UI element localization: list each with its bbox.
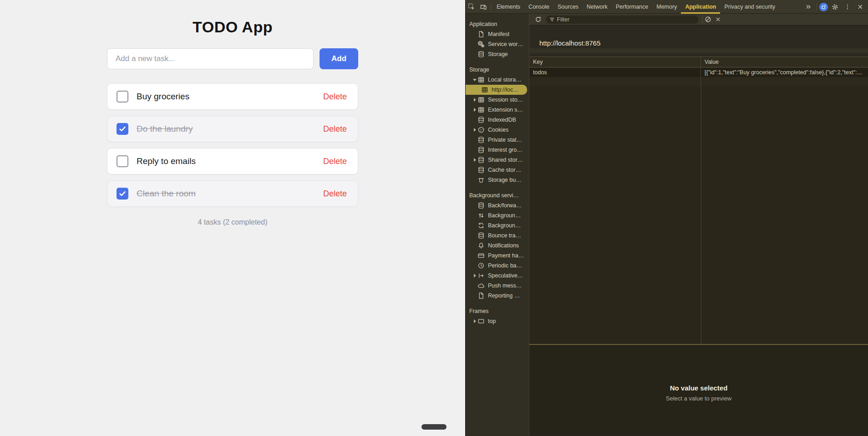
expander-right-icon[interactable] <box>472 274 477 277</box>
sidebar-item-push-mess[interactable]: Push mess… <box>466 281 529 291</box>
report-icon <box>477 292 485 299</box>
expander-down-icon[interactable] <box>472 79 477 81</box>
home-indicator-pill <box>421 424 447 430</box>
devtools-tabs: ElementsConsoleSourcesNetworkPerformance… <box>492 0 779 14</box>
column-divider[interactable] <box>701 86 701 344</box>
value-cell[interactable]: [{"id":1,"text":"Buy groceries","complet… <box>701 68 868 77</box>
sidebar-item-interest-gro[interactable]: Interest gro… <box>466 145 529 155</box>
tab-application[interactable]: Application <box>681 0 720 14</box>
tab-privacy-and-security[interactable]: Privacy and security <box>720 0 779 14</box>
sidebar-item-label: Reporting … <box>488 292 520 299</box>
sidebar-item-extension-s[interactable]: Extension s… <box>466 105 529 115</box>
sidebar-item-reporting[interactable]: Reporting … <box>466 291 529 301</box>
sidebar-item-backgroun[interactable]: Backgroun… <box>466 221 529 231</box>
sidebar-item-label: Notifications <box>488 242 519 249</box>
datagrid-header: Key Value <box>529 56 868 67</box>
sidebar-section-title: Application <box>466 19 529 29</box>
sidebar-item-bounce-tra[interactable]: Bounce tra… <box>466 231 529 241</box>
tab-sources[interactable]: Sources <box>553 0 583 14</box>
task-list: Buy groceriesDeleteDo the laundryDeleteR… <box>107 83 358 207</box>
clock-icon <box>477 262 485 269</box>
filter-box[interactable] <box>546 15 699 24</box>
sidebar-item-local-stora[interactable]: Local stora… <box>466 75 529 85</box>
table-icon <box>477 106 485 113</box>
sidebar-item-label: Cookies <box>488 127 508 133</box>
expander-right-icon[interactable] <box>472 108 477 112</box>
value-preview-pane: No value selected Select a value to prev… <box>529 345 868 436</box>
sidebar-item-backgroun[interactable]: Backgroun… <box>466 210 529 221</box>
sidebar-item-speculative[interactable]: Speculative… <box>466 271 529 281</box>
expander-right-icon[interactable] <box>472 158 477 162</box>
tab-elements[interactable]: Elements <box>492 0 524 14</box>
sidebar-item-label: top <box>488 318 496 324</box>
tabbar-right-controls <box>802 0 866 14</box>
sidebar-item-label: Backgroun… <box>488 222 521 229</box>
sidebar-item-service-wor[interactable]: Service wor… <box>466 39 529 49</box>
tab-memory[interactable]: Memory <box>652 0 681 14</box>
tab-performance[interactable]: Performance <box>612 0 653 14</box>
column-header-key[interactable]: Key <box>529 57 701 67</box>
sidebar-item-indexeddb[interactable]: IndexedDB <box>466 115 529 125</box>
device-toolbar-icon[interactable] <box>477 1 489 12</box>
datagrid-empty-row[interactable] <box>529 77 868 86</box>
sidebar-item-label: Push mess… <box>488 282 522 289</box>
more-tabs-icon[interactable] <box>802 1 814 12</box>
task-checkbox[interactable] <box>117 188 128 200</box>
sidebar-item-storage[interactable]: Storage <box>466 49 529 59</box>
refresh-icon[interactable] <box>533 15 543 25</box>
sidebar-item-label: Speculative… <box>488 272 523 279</box>
expander-right-icon[interactable] <box>472 98 477 102</box>
sidebar-item-private-stat[interactable]: Private stat… <box>466 135 529 145</box>
sidebar-item-session-sto[interactable]: Session sto… <box>466 95 529 105</box>
table-icon <box>477 76 485 83</box>
kebab-menu-icon[interactable] <box>842 1 853 12</box>
key-cell[interactable]: todos <box>529 68 701 77</box>
close-devtools-icon[interactable] <box>854 1 866 12</box>
devtools-promo-badge-icon[interactable] <box>819 3 828 11</box>
task-checkbox[interactable] <box>117 123 128 135</box>
sidebar-item-http-loc[interactable]: http://loc… <box>466 85 527 95</box>
todo-app-window: TODO App Add Buy groceriesDeleteDo the l… <box>0 0 465 436</box>
expander-right-icon[interactable] <box>472 128 477 132</box>
tab-console[interactable]: Console <box>524 0 553 14</box>
sidebar-item-periodic-ba[interactable]: Periodic ba… <box>466 261 529 271</box>
empty-value-cell <box>701 77 868 86</box>
database-icon <box>477 156 485 164</box>
expander-right-icon[interactable] <box>472 319 477 323</box>
sidebar-item-back-forwa[interactable]: Back/forwa… <box>466 200 529 210</box>
task-checkbox[interactable] <box>117 91 128 103</box>
delete-selected-icon[interactable] <box>713 15 723 25</box>
settings-gear-icon[interactable] <box>829 1 841 12</box>
frame-icon <box>477 318 485 325</box>
filter-input[interactable] <box>557 16 695 23</box>
column-header-value[interactable]: Value <box>701 57 868 67</box>
task-checkbox[interactable] <box>117 155 128 167</box>
sidebar-item-notifications[interactable]: Notifications <box>466 241 529 251</box>
sidebar-item-cache-stor[interactable]: Cache stor… <box>466 165 529 175</box>
sidebar-item-label: Storage <box>488 51 508 57</box>
task-label: Clean the room <box>137 189 323 199</box>
preview-subtitle: Select a value to preview <box>529 395 868 402</box>
sidebar-item-shared-stor[interactable]: Shared stor… <box>466 155 529 165</box>
new-task-input[interactable] <box>107 48 314 69</box>
fetch-arrows-icon <box>477 212 485 219</box>
delete-task-button[interactable]: Delete <box>323 124 347 134</box>
sidebar-item-payment-ha[interactable]: Payment ha… <box>466 251 529 261</box>
sidebar-section-title: Frames <box>466 306 529 316</box>
clear-all-icon[interactable] <box>703 15 713 25</box>
delete-task-button[interactable]: Delete <box>323 189 347 199</box>
sidebar-section: ApplicationManifestService wor…Storage <box>466 19 529 59</box>
task-count-status: 4 tasks (2 completed) <box>107 218 358 226</box>
add-task-button[interactable]: Add <box>320 48 358 69</box>
datagrid-row-todos[interactable]: todos[{"id":1,"text":"Buy groceries","co… <box>529 68 868 77</box>
sidebar-item-label: Private stat… <box>488 137 522 143</box>
delete-task-button[interactable]: Delete <box>323 92 347 102</box>
sidebar-item-top[interactable]: top <box>466 316 529 326</box>
sidebar-item-storage-bu[interactable]: Storage bu… <box>466 175 529 185</box>
sidebar-item-manifest[interactable]: Manifest <box>466 29 529 39</box>
sidebar-item-cookies[interactable]: Cookies <box>466 125 529 135</box>
inspect-element-icon[interactable] <box>466 1 477 12</box>
tabbar-divider <box>817 3 817 10</box>
tab-network[interactable]: Network <box>583 0 612 14</box>
delete-task-button[interactable]: Delete <box>323 157 347 166</box>
